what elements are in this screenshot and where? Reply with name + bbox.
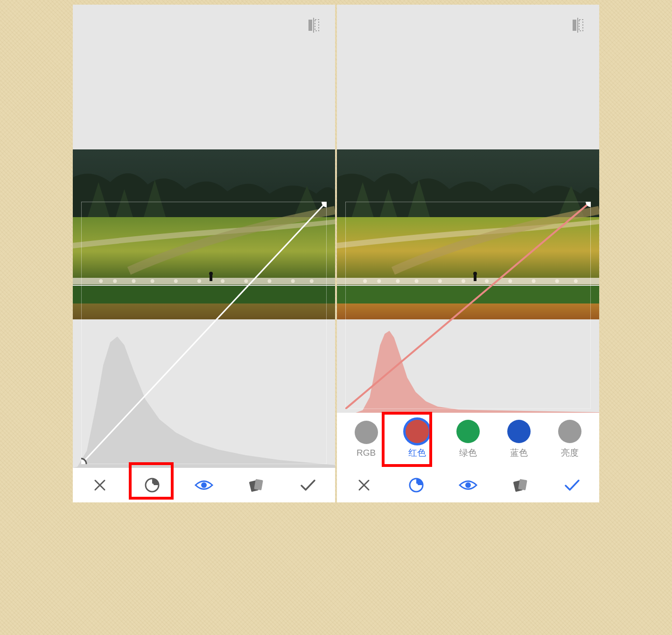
- svg-point-64: [414, 484, 418, 487]
- svg-point-17: [244, 279, 248, 283]
- close-button[interactable]: [345, 471, 383, 499]
- channel-label: 绿色: [459, 447, 477, 459]
- canvas-top-gap: [337, 5, 599, 149]
- bottom-toolbar: [73, 468, 335, 502]
- svg-rect-56: [337, 303, 599, 319]
- photo-preview[interactable]: [337, 149, 599, 319]
- svg-point-13: [151, 279, 154, 283]
- swatch-luma: [558, 420, 581, 443]
- svg-point-50: [485, 279, 489, 283]
- channel-button[interactable]: [398, 471, 435, 499]
- close-button[interactable]: [81, 471, 119, 499]
- svg-point-12: [132, 279, 135, 283]
- svg-point-11: [113, 279, 117, 283]
- screenshot-pair: RGB 红色 绿色 蓝色 亮度: [73, 5, 599, 502]
- svg-rect-43: [337, 278, 599, 284]
- svg-point-65: [465, 482, 471, 488]
- channel-label: 蓝色: [510, 447, 528, 459]
- svg-point-47: [415, 279, 419, 283]
- svg-point-54: [574, 279, 578, 283]
- svg-rect-0: [308, 20, 312, 31]
- svg-point-19: [291, 279, 295, 283]
- svg-point-44: [363, 279, 367, 283]
- svg-point-46: [396, 279, 399, 283]
- svg-rect-58: [474, 275, 476, 281]
- svg-point-51: [508, 279, 512, 283]
- channel-luma[interactable]: 亮度: [549, 420, 591, 459]
- cards-button[interactable]: [502, 471, 539, 499]
- svg-point-16: [221, 279, 224, 283]
- canvas-top-gap: [73, 5, 335, 149]
- svg-point-10: [99, 279, 103, 283]
- svg-rect-2: [315, 20, 319, 31]
- svg-point-15: [197, 279, 201, 283]
- confirm-button[interactable]: [289, 471, 327, 499]
- svg-point-20: [310, 279, 314, 283]
- svg-point-52: [532, 279, 535, 283]
- histogram-area: [73, 319, 335, 468]
- svg-rect-9: [73, 278, 335, 284]
- svg-rect-21: [73, 286, 335, 304]
- compare-icon[interactable]: [303, 15, 324, 35]
- compare-icon[interactable]: [567, 15, 588, 35]
- eye-button[interactable]: [185, 471, 223, 499]
- svg-rect-24: [210, 275, 212, 281]
- swatch-blue: [507, 420, 531, 443]
- channel-rgb[interactable]: RGB: [345, 421, 387, 458]
- svg-point-53: [555, 279, 559, 283]
- confirm-button[interactable]: [553, 471, 591, 499]
- cards-button[interactable]: [238, 471, 275, 499]
- swatch-red: [406, 420, 429, 443]
- channel-label: 亮度: [561, 447, 579, 459]
- channel-button[interactable]: [133, 471, 171, 499]
- svg-point-45: [377, 279, 381, 283]
- phone-left: [73, 5, 335, 502]
- svg-rect-55: [337, 286, 599, 304]
- svg-rect-34: [573, 20, 576, 31]
- histogram-area: [337, 319, 599, 413]
- channel-green[interactable]: 绿色: [447, 420, 489, 459]
- channel-label: 红色: [408, 447, 426, 459]
- phone-right: RGB 红色 绿色 蓝色 亮度: [337, 5, 599, 502]
- channel-label: RGB: [357, 448, 376, 458]
- bottom-toolbar: [337, 468, 599, 502]
- photo-preview[interactable]: [73, 149, 335, 319]
- svg-point-18: [267, 279, 271, 283]
- swatch-rgb: [355, 421, 378, 444]
- svg-point-30: [150, 484, 154, 487]
- svg-point-14: [174, 279, 178, 283]
- svg-point-48: [438, 279, 442, 283]
- channel-blue[interactable]: 蓝色: [498, 420, 540, 459]
- channel-red[interactable]: 红色: [396, 420, 438, 459]
- svg-rect-36: [579, 20, 583, 31]
- channel-bar: RGB 红色 绿色 蓝色 亮度: [337, 413, 599, 468]
- eye-button[interactable]: [449, 471, 487, 499]
- swatch-green: [456, 420, 480, 443]
- svg-rect-22: [73, 303, 335, 319]
- svg-point-49: [462, 279, 465, 283]
- svg-point-31: [201, 482, 207, 488]
